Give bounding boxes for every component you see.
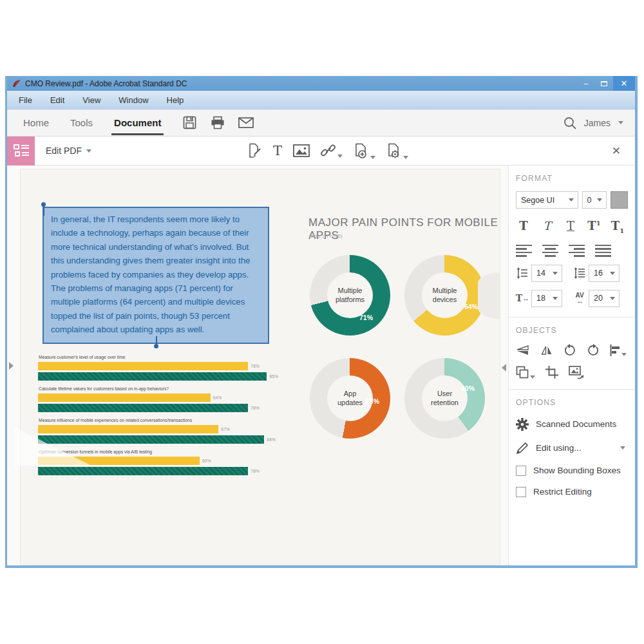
paragraph-spacing-select[interactable]: 16 bbox=[589, 265, 620, 282]
align-left-button[interactable] bbox=[516, 245, 532, 257]
arrange-button[interactable] bbox=[516, 366, 535, 379]
add-page-button[interactable] bbox=[354, 143, 375, 159]
bar-chart-row: Calculate lifetime values for customers … bbox=[38, 386, 275, 412]
search-button[interactable] bbox=[564, 117, 576, 129]
edit-pdf-toolbar: Edit PDF T ✕ bbox=[7, 137, 635, 166]
align-objects-icon bbox=[610, 345, 620, 356]
user-menu[interactable]: James bbox=[584, 118, 611, 128]
show-bounding-boxes-checkbox[interactable] bbox=[516, 466, 526, 476]
flip-horizontal-icon bbox=[540, 344, 553, 357]
close-button[interactable]: ✕ bbox=[613, 76, 635, 91]
add-image-button[interactable] bbox=[293, 144, 310, 157]
restrict-editing-checkbox[interactable] bbox=[516, 487, 526, 497]
chevron-down-icon[interactable] bbox=[618, 121, 623, 124]
print-button[interactable] bbox=[210, 115, 225, 131]
bold-button[interactable]: T bbox=[516, 219, 531, 234]
chevron-down-icon bbox=[553, 297, 558, 300]
chevron-down-icon bbox=[370, 156, 375, 159]
maximize-button[interactable] bbox=[595, 76, 613, 91]
tab-document[interactable]: Document bbox=[114, 109, 161, 137]
document-area: In general, the IT respondents seem more… bbox=[7, 166, 508, 565]
restrict-editing-option[interactable]: Restrict Editing bbox=[516, 487, 628, 497]
bar-percent-label: 78% bbox=[251, 406, 260, 410]
chevron-down-icon bbox=[553, 272, 558, 275]
rotate-cw-button[interactable] bbox=[587, 344, 600, 357]
replace-image-icon bbox=[569, 366, 584, 379]
page-plus-icon bbox=[354, 143, 369, 159]
bar-percent-label: 85% bbox=[269, 374, 278, 379]
crop-button[interactable] bbox=[545, 366, 558, 379]
bar-question-label: Calculate lifetime values for customers … bbox=[39, 386, 275, 392]
align-right-button[interactable] bbox=[569, 245, 585, 257]
flip-horizontal-button[interactable] bbox=[540, 344, 553, 357]
email-icon bbox=[238, 117, 254, 128]
chevron-down-icon bbox=[530, 375, 535, 379]
title-bar[interactable]: CMO Review.pdf - Adobe Acrobat Standard … bbox=[7, 76, 635, 91]
chevron-down-icon bbox=[403, 156, 408, 159]
subscript-button[interactable]: T1 bbox=[610, 219, 625, 234]
donut-chart[interactable]: 64% Multiple devices bbox=[404, 255, 485, 336]
replace-image-button[interactable] bbox=[569, 366, 584, 379]
donut-chart[interactable]: 71% Multiple platforms bbox=[310, 255, 390, 336]
collapse-right-panel-arrow[interactable] bbox=[502, 364, 506, 372]
line-spacing-select[interactable]: 14 bbox=[531, 265, 562, 282]
menu-item[interactable]: Window bbox=[118, 95, 148, 105]
search-icon bbox=[564, 117, 576, 129]
expand-left-panel-arrow[interactable] bbox=[9, 362, 14, 370]
rotate-ccw-button[interactable] bbox=[564, 344, 576, 357]
save-button[interactable] bbox=[182, 115, 197, 131]
cropped-graphic-shape bbox=[478, 272, 500, 319]
align-justify-button[interactable] bbox=[595, 245, 611, 257]
align-objects-button[interactable] bbox=[610, 345, 627, 356]
underline-button[interactable]: T bbox=[563, 219, 578, 234]
donut-percent-label: 40% bbox=[461, 384, 475, 392]
donut-chart-grid[interactable]: 71% Multiple platforms 64% Multiple devi… bbox=[310, 255, 485, 439]
bar-green: 78% bbox=[38, 467, 248, 475]
italic-button[interactable]: T bbox=[540, 219, 555, 234]
superscript-button[interactable]: T1 bbox=[587, 219, 602, 234]
edit-pdf-label[interactable]: Edit PDF bbox=[46, 146, 91, 156]
menu-item[interactable]: File bbox=[19, 95, 32, 105]
selected-text-block[interactable]: In general, the IT respondents seem more… bbox=[43, 207, 269, 344]
donut-percent-label: 53% bbox=[366, 397, 379, 405]
font-size-select[interactable]: 0 bbox=[582, 191, 607, 209]
minimize-button[interactable]: – bbox=[577, 76, 595, 91]
horizontal-scale-icon: T↔ bbox=[516, 292, 529, 305]
close-tool-button[interactable]: ✕ bbox=[612, 144, 621, 158]
link-button[interactable] bbox=[321, 144, 343, 158]
print-icon bbox=[211, 116, 225, 129]
bar-percent-label: 60% bbox=[202, 459, 211, 463]
font-color-swatch[interactable] bbox=[611, 191, 628, 209]
flip-vertical-button[interactable] bbox=[516, 344, 530, 357]
chevron-down-icon[interactable] bbox=[620, 446, 625, 450]
arrange-icon bbox=[516, 366, 529, 379]
menu-item[interactable]: Help bbox=[167, 95, 184, 105]
bar-percent-label: 64% bbox=[213, 395, 222, 400]
align-center-button[interactable] bbox=[542, 245, 558, 257]
edit-text-button[interactable] bbox=[247, 143, 262, 158]
edit-using-option[interactable]: Edit using... bbox=[516, 442, 628, 455]
page-gear-icon bbox=[386, 143, 402, 159]
email-button[interactable] bbox=[238, 115, 254, 131]
donut-percent-label: 71% bbox=[359, 314, 373, 321]
horizontal-scale-select[interactable]: 18 bbox=[531, 290, 562, 307]
font-family-select[interactable]: Segoe UI bbox=[516, 191, 578, 209]
show-bounding-boxes-option[interactable]: Show Bounding Boxes bbox=[516, 466, 628, 476]
tab-home[interactable]: Home bbox=[23, 109, 49, 137]
right-panel: FORMAT Segoe UI 0 T T T T1 T1 bbox=[508, 166, 635, 565]
bar-question-label: Measure influence of mobile experiences … bbox=[39, 418, 275, 424]
menu-item[interactable]: View bbox=[82, 95, 100, 105]
menu-item[interactable]: Edit bbox=[50, 95, 64, 105]
page-settings-button[interactable] bbox=[386, 143, 408, 159]
tab-tools[interactable]: Tools bbox=[70, 109, 93, 137]
donut-chart[interactable]: 53% App updates bbox=[310, 358, 390, 439]
add-text-button[interactable]: T bbox=[273, 144, 282, 157]
donut-chart[interactable]: 40% User retention bbox=[404, 358, 485, 439]
bar-percent-label: 84% bbox=[267, 437, 276, 442]
objects-header: OBJECTS bbox=[516, 326, 628, 335]
edit-pdf-tool-icon[interactable] bbox=[7, 137, 35, 166]
scanned-documents-option[interactable]: Scanned Documents bbox=[516, 418, 628, 431]
page-watermark-shape bbox=[14, 427, 91, 466]
pdf-page[interactable]: In general, the IT respondents seem more… bbox=[20, 169, 500, 565]
kerning-select[interactable]: 20 bbox=[589, 290, 620, 307]
